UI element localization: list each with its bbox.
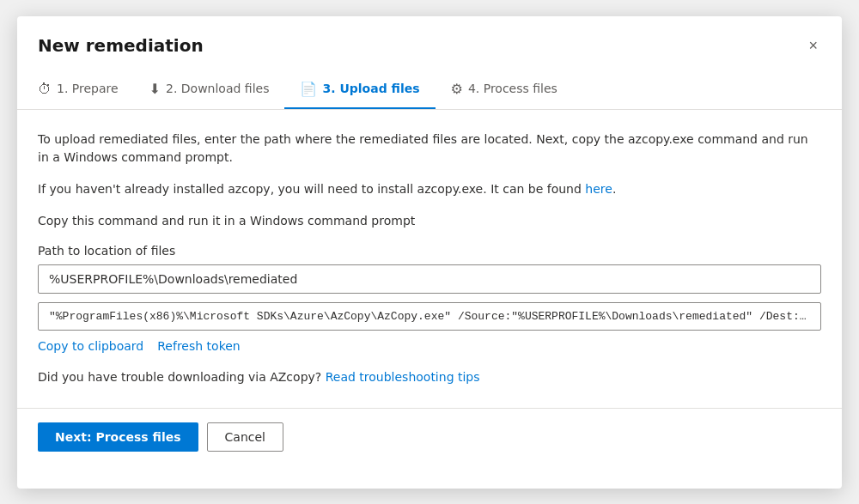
- tabs-bar: ⏱ 1. Prepare ⬇ 2. Download files 📄 3. Up…: [17, 58, 842, 110]
- copy-to-clipboard-button[interactable]: Copy to clipboard: [38, 339, 143, 353]
- dialog-header: New remediation ×: [17, 16, 842, 58]
- tab-process-label: 4. Process files: [468, 82, 557, 95]
- prepare-icon: ⏱: [38, 81, 52, 97]
- description-1: To upload remediated files, enter the pa…: [38, 131, 821, 167]
- tab-download[interactable]: ⬇ 2. Download files: [134, 72, 285, 109]
- tab-process[interactable]: ⚙ 4. Process files: [436, 72, 573, 109]
- trouble-prefix: Did you have trouble downloading via AZc…: [38, 370, 326, 384]
- trouble-row: Did you have trouble downloading via AZc…: [38, 370, 821, 384]
- description-2: If you haven't already installed azcopy,…: [38, 180, 821, 198]
- path-input[interactable]: [38, 264, 821, 294]
- next-process-button[interactable]: Next: Process files: [38, 422, 198, 452]
- description-3: Copy this command and run it in a Window…: [38, 212, 821, 230]
- tab-download-label: 2. Download files: [166, 82, 269, 95]
- tab-upload-label: 3. Upload files: [322, 82, 419, 95]
- action-links: Copy to clipboard Refresh token: [38, 339, 821, 353]
- dialog-title: New remediation: [38, 35, 204, 56]
- path-label: Path to location of files: [38, 244, 821, 258]
- refresh-token-button[interactable]: Refresh token: [157, 339, 240, 353]
- dialog-body: To upload remediated files, enter the pa…: [17, 110, 842, 384]
- download-icon: ⬇: [149, 81, 161, 97]
- upload-icon: 📄: [300, 81, 317, 97]
- command-display: "%ProgramFiles(x86)%\Microsoft SDKs\Azur…: [38, 302, 821, 331]
- description-2-prefix: If you haven't already installed azcopy,…: [38, 182, 585, 196]
- troubleshooting-link[interactable]: Read troubleshooting tips: [326, 370, 480, 384]
- cancel-button[interactable]: Cancel: [207, 422, 283, 452]
- tab-upload[interactable]: 📄 3. Upload files: [284, 72, 435, 109]
- process-icon: ⚙: [451, 81, 463, 97]
- tab-prepare[interactable]: ⏱ 1. Prepare: [38, 72, 134, 109]
- description-2-suffix: .: [612, 182, 616, 196]
- new-remediation-dialog: New remediation × ⏱ 1. Prepare ⬇ 2. Down…: [17, 16, 842, 489]
- dialog-footer: Next: Process files Cancel: [17, 408, 842, 472]
- tab-prepare-label: 1. Prepare: [57, 82, 119, 95]
- here-link[interactable]: here: [585, 182, 612, 196]
- close-button[interactable]: ×: [805, 33, 821, 58]
